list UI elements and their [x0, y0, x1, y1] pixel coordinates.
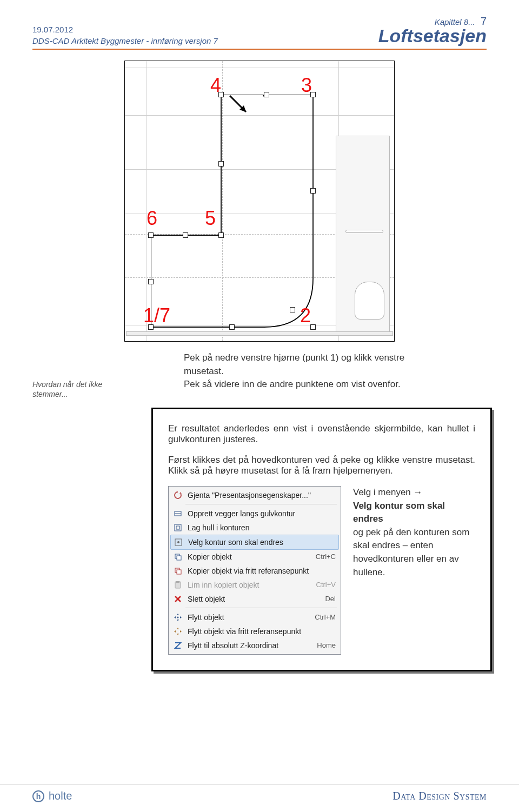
- marker-mid-5-6: [183, 232, 188, 238]
- sidenote: Hvordan når det ikke stemmer...: [32, 380, 119, 399]
- footer: h holte Data Design System: [0, 784, 519, 802]
- menu-item[interactable]: Opprett vegger langs gulvkontur: [170, 507, 339, 521]
- menu-separator: [170, 606, 339, 610]
- paste-icon: [172, 580, 183, 590]
- marker-mid-top: [264, 92, 269, 97]
- page-title: Loftsetasjen: [378, 25, 487, 46]
- toilet-icon: [355, 282, 384, 320]
- diagram-label-6: 6: [147, 207, 157, 230]
- marker-mid-6-1: [148, 279, 154, 284]
- diagram-label-3: 3: [301, 74, 312, 97]
- menu-item[interactable]: Kopier objektCtrl+C: [170, 550, 339, 564]
- copy-icon: [172, 551, 183, 562]
- menu-item-shortcut: Ctrl+M: [315, 613, 336, 621]
- menu-item-shortcut: Ctrl+V: [316, 581, 336, 589]
- menu-item-label: Flytt til absolutt Z-koordinat: [188, 641, 312, 650]
- menu-item-label: Flytt objekt: [188, 613, 310, 622]
- hole-icon: [172, 522, 183, 533]
- menu-caption-l3: og pek på den konturen som skal endres –…: [353, 527, 469, 577]
- holte-logo-icon: h: [32, 790, 44, 802]
- svg-marker-2: [179, 492, 182, 494]
- menu-item-shortcut: Home: [317, 641, 336, 649]
- diagram-label-4: 4: [210, 74, 221, 97]
- menu-item[interactable]: Flytt til absolutt Z-koordinatHome: [170, 638, 339, 653]
- marker-curve: [290, 307, 295, 312]
- menu-item-label: Flytt objekt via fritt referansepunkt: [188, 627, 331, 636]
- marker-mid-left: [218, 161, 224, 167]
- menu-item-label: Kopier objekt: [188, 553, 311, 561]
- menu-item[interactable]: Flytt objektCtrl+M: [170, 610, 339, 624]
- caption-line-2: Pek så videre inn de andre punktene om v…: [184, 379, 401, 389]
- svg-point-17: [177, 616, 179, 618]
- svg-rect-10: [177, 556, 181, 560]
- doc-subtitle: DDS-CAD Arkitekt Byggmester - innføring …: [32, 35, 218, 46]
- contour-shape: [151, 95, 324, 332]
- marker-mid-bottom: [229, 324, 235, 330]
- menu-item-label: Slett objekt: [188, 595, 321, 603]
- menu-item-label: Opprett vegger langs gulvkontur: [188, 509, 331, 518]
- menu-item[interactable]: Slett objektDel: [170, 592, 339, 606]
- menu-item-shortcut: Ctrl+C: [316, 553, 336, 561]
- menu-separator: [170, 502, 339, 507]
- arrow-4-icon: [228, 94, 255, 121]
- handle-icon: [345, 230, 383, 233]
- menu-item[interactable]: Kopier objekt via fritt referansepunkt: [170, 564, 339, 578]
- menu-item-shortcut: Del: [325, 595, 336, 603]
- box-paragraph-2: Først klikkes det på hovedkonturen ved å…: [168, 455, 475, 476]
- svg-rect-12: [177, 570, 181, 574]
- svg-rect-14: [176, 581, 179, 583]
- menu-item-label: Kopier objekt via fritt referansepunkt: [188, 567, 331, 575]
- marker-2: [310, 324, 316, 330]
- copyref-icon: [172, 565, 183, 576]
- menu-item-label: Velg kontur som skal endres: [188, 538, 331, 547]
- contour-icon: [173, 537, 184, 548]
- info-box: Er resultatet anderledes enn vist i oven…: [151, 408, 492, 671]
- diagram-label-1-7: 1/7: [143, 304, 170, 327]
- menu-item[interactable]: Velg kontur som skal endres: [170, 535, 339, 550]
- context-menu: Gjenta "Presentasjonsegenskaper..."Oppre…: [168, 486, 341, 655]
- menu-item-label: Gjenta "Presentasjonsegenskaper...": [188, 491, 331, 500]
- header-rule: [32, 49, 487, 50]
- move-icon: [172, 612, 183, 623]
- brand-dds: Data Design System: [392, 790, 487, 802]
- brand-holte: h holte: [32, 790, 72, 802]
- menu-item: Lim inn kopiert objektCtrl+V: [170, 578, 339, 592]
- diagram-label-2: 2: [300, 304, 311, 327]
- menu-item[interactable]: Flytt objekt via fritt referansepunkt: [170, 624, 339, 638]
- marker-mid-right: [310, 188, 316, 194]
- walls-icon: [172, 508, 183, 519]
- box-paragraph-1: Er resultatet anderledes enn vist i oven…: [168, 423, 475, 445]
- caption-line-1: Pek på nedre venstre hjørne (punkt 1) og…: [184, 352, 404, 376]
- menu-item-label: Lag hull i konturen: [188, 523, 331, 532]
- menu-item[interactable]: Lag hull i konturen: [170, 521, 339, 535]
- moveref-icon: [172, 626, 183, 637]
- svg-rect-5: [175, 524, 181, 531]
- refresh-icon: [172, 490, 183, 501]
- delete-icon: [172, 594, 183, 604]
- menu-instructions: Velg i menyen → Velg kontur som skal end…: [353, 486, 475, 579]
- menu-item[interactable]: Gjenta "Presentasjonsegenskaper...": [170, 488, 339, 502]
- page-header: 19.07.2012 DDS-CAD Arkitekt Byggmester -…: [32, 15, 487, 46]
- svg-point-8: [177, 541, 179, 543]
- brand-left-text: holte: [49, 790, 72, 802]
- menu-caption-l2: Velg kontur som skal endres: [353, 501, 445, 524]
- floor-contour-diagram: 4 3 6 5 1/7 2: [124, 61, 395, 342]
- marker-6: [148, 232, 154, 238]
- diagram-caption: Pek på nedre venstre hjørne (punkt 1) og…: [184, 351, 443, 391]
- diagram-label-5: 5: [205, 207, 216, 230]
- svg-rect-6: [176, 526, 179, 529]
- doc-date: 19.07.2012: [32, 24, 218, 35]
- marker-5: [218, 232, 224, 238]
- zmove-icon: [172, 640, 183, 651]
- menu-item-label: Lim inn kopiert objekt: [188, 581, 312, 589]
- menu-caption-l1: Velg i menyen →: [353, 487, 423, 497]
